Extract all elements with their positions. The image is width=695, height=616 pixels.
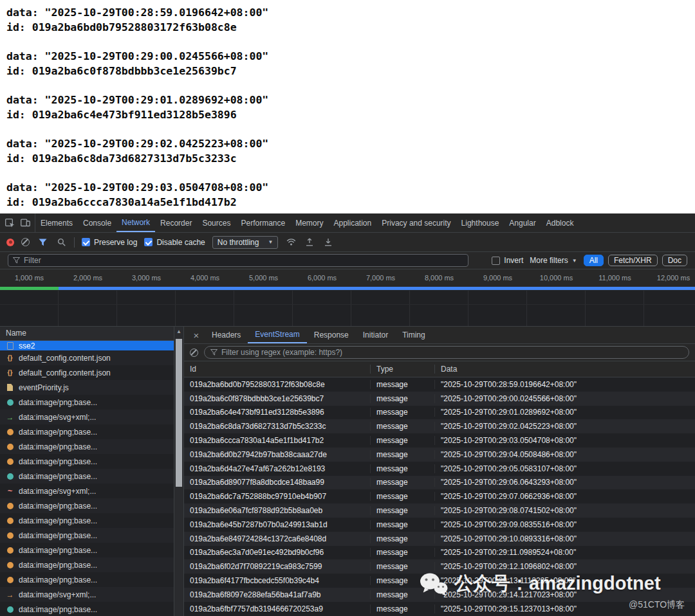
event-id-cell: 019a2ba6f8097e288efa56ba41af7a9b bbox=[184, 590, 371, 599]
devtools-tab[interactable]: Recorder bbox=[155, 213, 197, 232]
eventstream-row[interactable]: 019a2ba6c4e473bf911ed3128b5e3896 message… bbox=[184, 406, 695, 420]
devtools-tab[interactable]: Angular bbox=[504, 213, 541, 232]
invert-checkbox[interactable]: Invert bbox=[492, 256, 523, 265]
record-button[interactable] bbox=[6, 239, 14, 246]
request-row[interactable]: data:image/svg+xml;... bbox=[0, 587, 183, 602]
devtools-tab[interactable]: Application bbox=[329, 213, 377, 232]
request-type-chip[interactable]: Fetch/XHR bbox=[608, 255, 658, 266]
request-row[interactable]: eventPriority.js bbox=[0, 380, 183, 395]
request-row[interactable]: data:image/png;base... bbox=[0, 424, 183, 439]
devtools-tab[interactable]: Sources bbox=[197, 213, 236, 232]
request-row[interactable]: default_config.content.json bbox=[0, 365, 183, 380]
network-filter-input[interactable]: Filter bbox=[8, 254, 468, 267]
resource-type-icon bbox=[6, 457, 14, 466]
request-row[interactable]: data:image/png;base... bbox=[0, 454, 183, 469]
resource-type-icon bbox=[6, 413, 14, 421]
eventstream-row[interactable]: 019a2ba6f4177fbcbcedc55f0b39c4b4 message… bbox=[184, 574, 695, 588]
request-type-chip[interactable]: All bbox=[584, 255, 604, 266]
eventstream-row[interactable]: 019a2ba6d4a27e47af67a262b12e8193 message… bbox=[184, 462, 695, 476]
request-name: data:image/png;base... bbox=[19, 516, 97, 525]
request-row[interactable]: data:image/png;base... bbox=[0, 498, 183, 513]
eventstream-row[interactable]: 019a2ba6e45b7287b07b0a249913ab1d message… bbox=[184, 518, 695, 532]
request-row[interactable]: sse2 bbox=[0, 341, 183, 350]
requests-scrollbar[interactable]: ▲ bbox=[174, 327, 183, 616]
devtools-tab[interactable]: Elements bbox=[35, 213, 78, 232]
request-name: data:image/svg+xml;... bbox=[19, 590, 96, 599]
eventstream-row[interactable]: 019a2ba6d89077f8a8dbcdce148baa99 message… bbox=[184, 476, 695, 490]
export-har-icon[interactable] bbox=[322, 237, 334, 248]
devtools-tab[interactable]: Performance bbox=[236, 213, 290, 232]
request-row[interactable]: data:image/png;base... bbox=[0, 513, 183, 528]
eventstream-row[interactable]: 019a2ba6fbf7757db3194666720253a9 message… bbox=[184, 602, 695, 616]
eventstream-row[interactable]: 019a2ba6ec3a7d0e91ec492bd9b0cf96 message… bbox=[184, 546, 695, 560]
resource-type-icon bbox=[6, 546, 14, 554]
devtools-tab[interactable]: Lighthouse bbox=[456, 213, 505, 232]
request-type-chip[interactable]: Doc bbox=[662, 255, 687, 266]
eventstream-row[interactable]: 019a2ba6dc7a752888bc97910eb4b907 message… bbox=[184, 489, 695, 503]
request-row[interactable]: data:image/png;base... bbox=[0, 528, 183, 543]
request-row[interactable]: data:image/png;base... bbox=[0, 469, 183, 484]
eventstream-row[interactable]: 019a2ba6e849724284c1372ca6e8408d message… bbox=[184, 532, 695, 546]
request-row[interactable]: default_config.content.json bbox=[0, 350, 183, 365]
devtools-tab[interactable]: Privacy and security bbox=[376, 213, 456, 232]
request-row[interactable]: data:image/png;base... bbox=[0, 395, 183, 410]
disable-cache-checkbox[interactable]: Disable cache bbox=[144, 238, 205, 247]
request-row[interactable]: data:image/png;base... bbox=[0, 602, 183, 616]
timeline-tick-label: 3,000 ms bbox=[132, 274, 161, 282]
request-row[interactable]: data:image/png;base... bbox=[0, 439, 183, 454]
request-row[interactable]: data:image/png;base... bbox=[0, 543, 183, 557]
scroll-up-icon[interactable]: ▲ bbox=[174, 329, 183, 334]
clear-events-icon[interactable] bbox=[190, 349, 198, 357]
eventstream-filter-input[interactable]: Filter using regex (example: https?) bbox=[204, 346, 689, 359]
timeline-tick-label: 11,000 ms bbox=[598, 274, 631, 282]
filter-toggle-icon[interactable] bbox=[37, 237, 48, 248]
import-har-icon[interactable] bbox=[304, 237, 315, 248]
eventstream-row[interactable]: 019a2ba6f8097e288efa56ba41af7a9b message… bbox=[184, 588, 695, 602]
detail-tab-label: EventStream bbox=[255, 330, 299, 339]
disable-cache-label: Disable cache bbox=[156, 238, 205, 247]
eventstream-row[interactable]: 019a2ba6bd0b79528803172f63b08c8e message… bbox=[184, 377, 695, 392]
preserve-log-checkbox[interactable]: Preserve log bbox=[82, 238, 137, 247]
detail-tab[interactable]: EventStream bbox=[248, 327, 306, 343]
column-header-id[interactable]: Id bbox=[184, 365, 371, 374]
column-header-type[interactable]: Type bbox=[371, 365, 435, 374]
request-row[interactable]: data:image/png;base... bbox=[0, 557, 183, 572]
throttling-value: No throttling bbox=[218, 238, 259, 247]
requests-column-header[interactable]: Name bbox=[0, 327, 183, 341]
request-row[interactable]: data:image/svg+xml;... bbox=[0, 484, 183, 498]
overview-bar-blue[interactable] bbox=[59, 287, 695, 290]
device-toolbar-icon[interactable] bbox=[19, 217, 31, 229]
more-filters-button[interactable]: More filters ▼ bbox=[530, 256, 577, 265]
eventstream-row[interactable]: 019a2ba6c8da73d6827313d7b5c3233c message… bbox=[184, 419, 695, 433]
close-icon[interactable]: × bbox=[188, 327, 205, 343]
eventstream-row[interactable]: 019a2ba6e06a7fcf8788d92b5b8aa0eb message… bbox=[184, 503, 695, 518]
eventstream-row[interactable]: 019a2ba6c0f878bdbbb3ce1e25639bc7 message… bbox=[184, 392, 695, 406]
event-data-cell: "2025-10-29T00:29:04.0508486+08:00" bbox=[435, 450, 695, 459]
request-row[interactable]: data:image/svg+xml;... bbox=[0, 410, 183, 424]
devtools-tab[interactable]: Adblock bbox=[541, 213, 579, 232]
timeline-tick: 9,000 ms bbox=[468, 269, 527, 286]
devtools-tab[interactable]: Memory bbox=[290, 213, 328, 232]
clear-network-log-button[interactable] bbox=[21, 238, 30, 246]
detail-tab[interactable]: Response bbox=[307, 327, 356, 343]
scrollbar-thumb[interactable] bbox=[176, 339, 182, 487]
throttling-select[interactable]: No throttling ▼ bbox=[212, 236, 279, 249]
overview-bar-green[interactable] bbox=[0, 287, 59, 290]
inspect-element-icon[interactable] bbox=[4, 217, 15, 229]
event-data-cell: "2025-10-29T00:29:03.0504708+08:00" bbox=[435, 436, 695, 445]
resource-type-icon bbox=[6, 531, 14, 539]
column-header-data[interactable]: Data bbox=[435, 365, 695, 374]
request-row[interactable]: data:image/png;base... bbox=[0, 572, 183, 587]
eventstream-row[interactable]: 019a2ba6ccca7830a14a5e1f1bd417b2 message… bbox=[184, 433, 695, 448]
filter-icon bbox=[210, 349, 218, 356]
eventstream-row[interactable]: 019a2ba6d0b27942b97bab38caaa27de message… bbox=[184, 448, 695, 462]
network-conditions-icon[interactable] bbox=[285, 237, 297, 248]
eventstream-row[interactable]: 019a2ba6f02d7f70892219ca983c7599 message… bbox=[184, 559, 695, 574]
event-type-cell: message bbox=[371, 380, 435, 389]
detail-tab[interactable]: Initiator bbox=[356, 327, 395, 343]
search-icon[interactable] bbox=[55, 237, 67, 248]
detail-tab[interactable]: Timing bbox=[395, 327, 432, 343]
devtools-tab[interactable]: Console bbox=[78, 213, 116, 232]
detail-tab[interactable]: Headers bbox=[205, 327, 248, 343]
devtools-tab[interactable]: Network bbox=[116, 213, 155, 232]
